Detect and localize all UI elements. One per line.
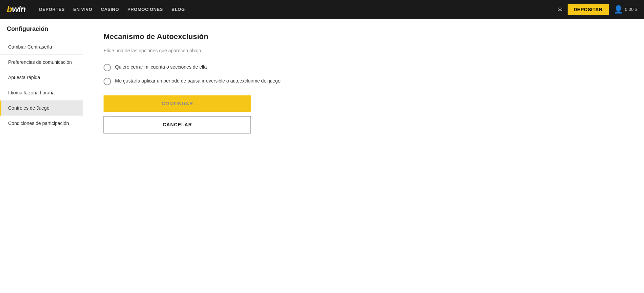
sidebar: Configuración Cambiar Contraseña Prefere… <box>0 19 83 293</box>
radio-option-2[interactable]: Me gustaría aplicar un período de pausa … <box>104 77 624 85</box>
sidebar-title: Configuración <box>0 25 83 39</box>
main-nav: DEPORTES EN VIVO CASINO PROMOCIONES BLOG <box>39 7 547 12</box>
sidebar-item-idioma[interactable]: Idioma & zona horaria <box>0 85 83 100</box>
mail-icon[interactable]: ✉ <box>557 6 563 13</box>
header-right: ✉ DEPOSITAR 👤 0,00 $ <box>557 4 637 15</box>
continue-button[interactable]: CONTINUAR <box>104 95 251 112</box>
user-icon: 👤 <box>614 5 623 14</box>
nav-promociones[interactable]: PROMOCIONES <box>128 7 163 12</box>
nav-casino[interactable]: CASINO <box>101 7 119 12</box>
sidebar-item-preferencias[interactable]: Preferencias de comunicación <box>0 55 83 70</box>
sidebar-item-apuesta-rapida[interactable]: Apuesta rápida <box>0 70 83 85</box>
radio-circle-2 <box>104 78 111 85</box>
balance-display: 👤 0,00 $ <box>614 5 637 14</box>
main-content: Mecanismo de Autoexclusión Elige una de … <box>83 19 644 293</box>
radio-circle-1 <box>104 64 111 71</box>
sidebar-item-controles-juego[interactable]: Controles de Juego <box>0 100 83 116</box>
radio-label-2: Me gustaría aplicar un período de pausa … <box>115 77 280 85</box>
page-layout: Configuración Cambiar Contraseña Prefere… <box>0 19 644 293</box>
deposit-button[interactable]: DEPOSITAR <box>568 4 609 15</box>
cancel-button[interactable]: CANCELAR <box>104 116 251 133</box>
nav-deportes[interactable]: DEPORTES <box>39 7 65 12</box>
nav-blog[interactable]: BLOG <box>171 7 185 12</box>
header: bwin DEPORTES EN VIVO CASINO PROMOCIONES… <box>0 0 644 19</box>
radio-label-1: Quiero cerrar mi cuenta o secciones de e… <box>115 63 207 71</box>
nav-en-vivo[interactable]: EN VIVO <box>73 7 92 12</box>
sidebar-item-cambiar-contrasena[interactable]: Cambiar Contraseña <box>0 39 83 55</box>
radio-option-1[interactable]: Quiero cerrar mi cuenta o secciones de e… <box>104 63 624 71</box>
logo[interactable]: bwin <box>7 4 25 15</box>
page-title: Mecanismo de Autoexclusión <box>104 32 624 41</box>
balance-value: 0,00 $ <box>625 7 637 12</box>
sidebar-item-condiciones[interactable]: Condiciones de participación <box>0 116 83 131</box>
section-subtitle: Elige una de las opciones que aparecen a… <box>104 48 624 53</box>
options-container: Quiero cerrar mi cuenta o secciones de e… <box>104 63 624 85</box>
